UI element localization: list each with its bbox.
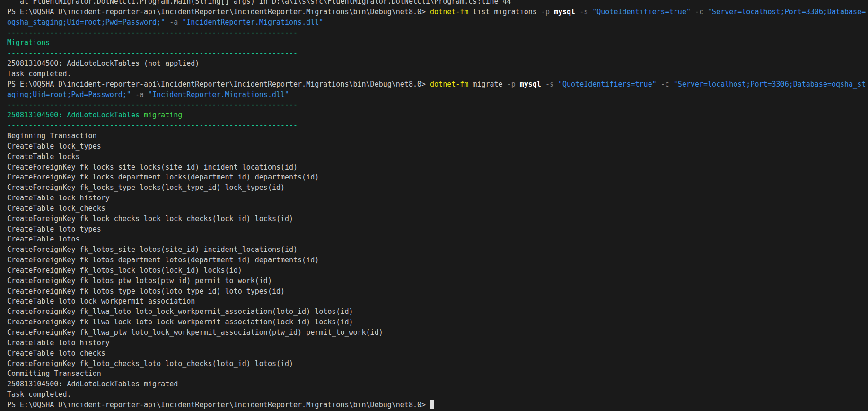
text-segment bbox=[588, 8, 592, 16]
text-segment: -s bbox=[579, 8, 588, 16]
terminal-line: ----------------------------------------… bbox=[7, 28, 868, 38]
text-segment: ----------------------------------------… bbox=[7, 49, 298, 57]
text-segment: -c bbox=[695, 8, 703, 16]
text-segment bbox=[669, 80, 674, 89]
text-segment: mysql bbox=[554, 8, 575, 16]
terminal-line: Committing Transaction bbox=[7, 369, 868, 379]
text-segment: mysql bbox=[520, 80, 541, 89]
terminal-output: at FluentMigrator.DotNetCli.Program.Main… bbox=[0, 0, 868, 411]
terminal-line: ----------------------------------------… bbox=[7, 48, 868, 59]
text-segment: 250813104500: AddLotoLockTables bbox=[7, 111, 144, 119]
text-segment: CreateTable lock_checks bbox=[7, 204, 105, 213]
text-segment: CreateForeignKey fk_locks_type locks(loc… bbox=[7, 183, 285, 192]
terminal-line: Migrations bbox=[7, 38, 868, 48]
text-segment: CreateForeignKey fk_lotos_ptw lotos(ptw_… bbox=[7, 277, 272, 285]
terminal-line: at FluentMigrator.DotNetCli.Program.Main… bbox=[7, 0, 868, 7]
text-segment: -s bbox=[545, 80, 554, 89]
terminal-line: PS E:\OQSHA D\incident-reporter-api\Inci… bbox=[7, 400, 868, 411]
terminal-line: CreateForeignKey fk_lotos_site lotos(sit… bbox=[7, 245, 868, 255]
text-segment bbox=[657, 80, 661, 89]
text-segment: PS E:\OQSHA D\incident-reporter-api\Inci… bbox=[7, 8, 430, 16]
text-segment: CreateTable lock_types bbox=[7, 142, 101, 151]
terminal-line: CreateTable lotos bbox=[7, 234, 868, 245]
text-segment bbox=[165, 18, 169, 27]
terminal-line: CreateTable loto_checks bbox=[7, 348, 868, 359]
text-segment bbox=[575, 8, 579, 16]
text-segment bbox=[131, 90, 135, 99]
text-segment: list migrations bbox=[468, 8, 541, 16]
text-segment: 250813104500: AddLotoLockTables (not app… bbox=[7, 59, 199, 68]
text-segment: Migrations bbox=[7, 38, 50, 47]
text-segment: "IncidentReporter.Migrations.dll" bbox=[148, 90, 289, 99]
text-segment: 250813104500: AddLotoLockTables migrated bbox=[7, 380, 178, 388]
terminal-line: CreateForeignKey fk_llwa_loto loto_lock_… bbox=[7, 307, 868, 317]
terminal-line: 250813104500: AddLotoLockTables migratin… bbox=[7, 110, 868, 121]
terminal-line: Task completed. bbox=[7, 390, 868, 400]
text-segment: CreateTable locks bbox=[7, 152, 80, 161]
terminal-line: ----------------------------------------… bbox=[7, 121, 868, 131]
text-segment: CreateForeignKey fk_llwa_loto loto_lock_… bbox=[7, 307, 353, 316]
text-segment: CreateTable loto_history bbox=[7, 339, 110, 347]
text-segment: migrating bbox=[144, 111, 182, 119]
terminal-line: CreateTable locks bbox=[7, 152, 868, 162]
text-segment: -a bbox=[169, 18, 178, 27]
text-segment: CreateForeignKey fk_llwa_ptw loto_lock_w… bbox=[7, 328, 383, 337]
terminal-line: CreateTable lock_types bbox=[7, 142, 868, 152]
text-segment: CreateForeignKey fk_llwa_lock loto_lock_… bbox=[7, 318, 353, 326]
text-segment: Task completed. bbox=[7, 70, 71, 78]
terminal-line: CreateTable lock_checks bbox=[7, 204, 868, 214]
text-segment: aging;Uid=root;Pwd=Password;" bbox=[7, 90, 131, 99]
text-segment: CreateForeignKey fk_locks_department loc… bbox=[7, 173, 319, 181]
text-segment: Beginning Transaction bbox=[7, 132, 97, 140]
terminal-line: CreateForeignKey fk_locks_site locks(sit… bbox=[7, 162, 868, 173]
text-segment: oqsha_staging;Uid=root;Pwd=Password;" bbox=[7, 18, 165, 27]
terminal-line: PS E:\OQSHA D\incident-reporter-api\Inci… bbox=[7, 80, 868, 90]
terminal[interactable]: at FluentMigrator.DotNetCli.Program.Main… bbox=[0, 0, 868, 411]
text-segment: CreateTable lotos bbox=[7, 235, 80, 243]
terminal-line: CreateTable loto_history bbox=[7, 338, 868, 348]
text-segment: CreateForeignKey fk_loto_checks_loto lot… bbox=[7, 359, 293, 368]
text-segment: CreateForeignKey fk_lotos_type lotos(lot… bbox=[7, 287, 285, 295]
text-segment bbox=[144, 90, 148, 99]
text-segment: dotnet-fm bbox=[430, 80, 468, 89]
text-segment: CreateTable loto_lock_workpermit_associa… bbox=[7, 297, 195, 305]
terminal-line: oqsha_staging;Uid=root;Pwd=Password;" -a… bbox=[7, 18, 868, 28]
text-segment: PS E:\OQSHA D\incident-reporter-api\Inci… bbox=[7, 80, 430, 89]
text-segment: CreateTable loto_types bbox=[7, 225, 101, 233]
text-segment bbox=[516, 80, 520, 89]
terminal-line: Task completed. bbox=[7, 69, 868, 80]
text-segment: ----------------------------------------… bbox=[7, 121, 298, 130]
text-segment bbox=[554, 80, 558, 89]
terminal-cursor bbox=[430, 400, 434, 409]
text-segment: migrate bbox=[468, 80, 507, 89]
text-segment: "QuoteIdentifiers=true" bbox=[592, 8, 691, 16]
terminal-line: ----------------------------------------… bbox=[7, 100, 868, 110]
text-segment bbox=[691, 8, 695, 16]
text-segment: PS E:\OQSHA D\incident-reporter-api\Inci… bbox=[7, 401, 430, 409]
text-segment: Task completed. bbox=[7, 390, 71, 399]
text-segment: -a bbox=[135, 90, 144, 99]
text-segment bbox=[178, 18, 182, 27]
terminal-line: CreateForeignKey fk_loto_checks_loto lot… bbox=[7, 359, 868, 369]
terminal-line: CreateTable lock_history bbox=[7, 193, 868, 204]
terminal-line: CreateForeignKey fk_lotos_department lot… bbox=[7, 255, 868, 266]
terminal-line: CreateForeignKey fk_lotos_type lotos(lot… bbox=[7, 286, 868, 297]
text-segment: CreateForeignKey fk_lotos_lock lotos(loc… bbox=[7, 266, 242, 275]
terminal-line: CreateTable loto_types bbox=[7, 224, 868, 235]
text-segment: CreateForeignKey fk_lock_checks_lock loc… bbox=[7, 214, 293, 223]
text-segment: -p bbox=[507, 80, 516, 89]
terminal-line: CreateForeignKey fk_llwa_ptw loto_lock_w… bbox=[7, 328, 868, 338]
text-segment: CreateTable lock_history bbox=[7, 194, 110, 202]
terminal-line: CreateForeignKey fk_lotos_lock lotos(loc… bbox=[7, 266, 868, 276]
terminal-line: CreateForeignKey fk_lotos_ptw lotos(ptw_… bbox=[7, 276, 868, 286]
text-segment: ----------------------------------------… bbox=[7, 28, 298, 37]
terminal-line: CreateForeignKey fk_llwa_lock loto_lock_… bbox=[7, 317, 868, 328]
text-segment: "IncidentReporter.Migrations.dll" bbox=[182, 18, 323, 27]
terminal-line: aging;Uid=root;Pwd=Password;" -a "Incide… bbox=[7, 90, 868, 100]
text-segment: "Server=localhost;Port=3306;Database=oqs… bbox=[674, 80, 866, 89]
text-segment: at FluentMigrator.DotNetCli.Program.Main… bbox=[7, 0, 511, 6]
text-segment: "Server=localhost;Port=3306;Database= bbox=[708, 8, 866, 16]
terminal-line: 250813104500: AddLotoLockTables (not app… bbox=[7, 59, 868, 69]
text-segment: CreateTable loto_checks bbox=[7, 349, 105, 357]
text-segment bbox=[541, 80, 545, 89]
